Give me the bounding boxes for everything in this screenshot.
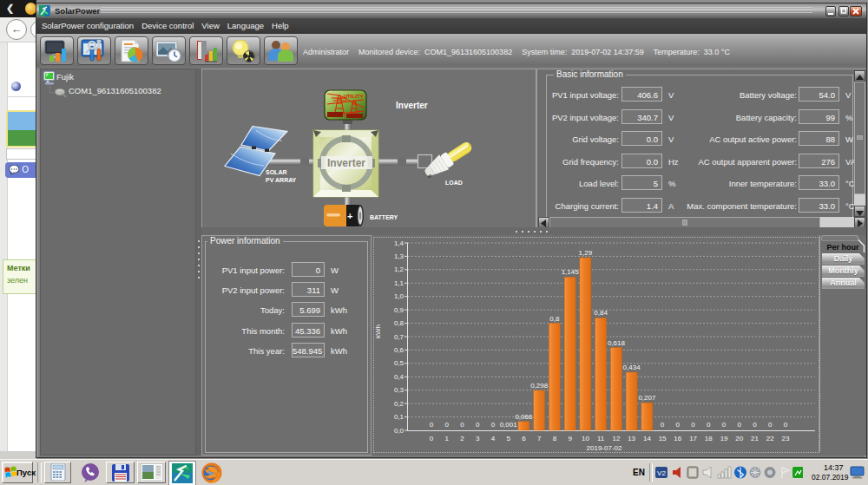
svg-text:0: 0: [784, 421, 788, 429]
svg-text:Inverter: Inverter: [327, 157, 365, 169]
svg-text:PV ARRAY: PV ARRAY: [266, 177, 297, 183]
svg-text:0: 0: [707, 421, 711, 429]
svg-text:0,207: 0,207: [638, 394, 656, 402]
svg-text:18: 18: [705, 435, 713, 442]
svg-text:kWh: kWh: [374, 324, 382, 338]
svg-text:8: 8: [553, 435, 557, 442]
svg-text:0,4: 0,4: [394, 373, 404, 381]
svg-text:0,001: 0,001: [500, 421, 518, 429]
svg-text:0: 0: [738, 421, 742, 429]
svg-text:2019-07-02: 2019-07-02: [587, 444, 622, 452]
svg-text:0,066: 0,066: [515, 413, 533, 421]
svg-text:0: 0: [676, 421, 681, 429]
svg-text:V2: V2: [657, 469, 666, 477]
svg-text:16: 16: [674, 435, 681, 442]
svg-text:SOLAR: SOLAR: [266, 169, 287, 175]
svg-text:+: +: [347, 211, 352, 221]
svg-text:1,1: 1,1: [394, 279, 404, 287]
svg-text:23: 23: [782, 435, 790, 442]
svg-text:0: 0: [691, 421, 695, 429]
svg-text:0,5: 0,5: [394, 359, 404, 367]
svg-text:5: 5: [506, 435, 510, 442]
svg-text:0: 0: [444, 421, 449, 429]
svg-text:4: 4: [491, 435, 496, 442]
svg-text:0,7: 0,7: [394, 333, 404, 341]
svg-text:0,434: 0,434: [623, 364, 641, 371]
svg-text:1,29: 1,29: [579, 249, 593, 257]
svg-text:3: 3: [476, 435, 480, 442]
svg-text:Per hour: Per hour: [826, 243, 859, 252]
svg-text:0,8: 0,8: [549, 315, 560, 323]
svg-text:0,1: 0,1: [394, 413, 404, 421]
svg-text:15: 15: [659, 435, 667, 442]
svg-text:0: 0: [430, 435, 434, 442]
svg-text:0,8: 0,8: [394, 319, 404, 327]
svg-text:0: 0: [460, 421, 464, 429]
svg-text:0: 0: [430, 421, 434, 429]
svg-text:22: 22: [766, 435, 774, 442]
svg-text:0,298: 0,298: [530, 382, 549, 390]
svg-text:0,0: 0,0: [394, 427, 404, 435]
svg-text:BATTERY: BATTERY: [370, 214, 398, 220]
svg-text:1: 1: [444, 435, 449, 442]
svg-text:0,6: 0,6: [394, 346, 404, 354]
svg-text:14: 14: [643, 435, 651, 442]
svg-text:20: 20: [735, 435, 743, 442]
svg-text:11: 11: [597, 435, 605, 442]
svg-text:9: 9: [568, 435, 572, 442]
svg-text:13: 13: [628, 435, 635, 442]
svg-text:21: 21: [751, 435, 759, 442]
svg-text:7: 7: [537, 435, 542, 442]
svg-text:0: 0: [476, 421, 480, 429]
svg-text:UTILITY: UTILITY: [344, 93, 365, 99]
svg-text:1,4: 1,4: [394, 239, 404, 247]
svg-text:17: 17: [689, 435, 697, 442]
svg-text:0,2: 0,2: [394, 400, 404, 408]
svg-text:0: 0: [753, 421, 757, 429]
svg-text:12: 12: [612, 435, 620, 442]
svg-text:2: 2: [460, 435, 464, 442]
svg-text:0,9: 0,9: [394, 306, 404, 314]
svg-text:1,145: 1,145: [562, 268, 580, 276]
svg-text:1,0: 1,0: [394, 292, 404, 300]
svg-text:0: 0: [722, 421, 727, 429]
svg-text:0: 0: [491, 421, 496, 429]
svg-text:1,3: 1,3: [394, 252, 404, 260]
svg-text:6: 6: [522, 435, 526, 442]
svg-text:Inverter: Inverter: [396, 101, 428, 110]
svg-text:10: 10: [582, 435, 589, 442]
svg-text:LOAD: LOAD: [445, 180, 463, 186]
svg-text:0,618: 0,618: [608, 339, 626, 347]
svg-text:0,3: 0,3: [394, 386, 404, 394]
svg-text:19: 19: [720, 435, 728, 442]
svg-text:0: 0: [768, 421, 773, 429]
svg-text:0: 0: [661, 421, 665, 429]
svg-text:0,84: 0,84: [594, 309, 608, 317]
svg-text:1,2: 1,2: [394, 265, 404, 273]
